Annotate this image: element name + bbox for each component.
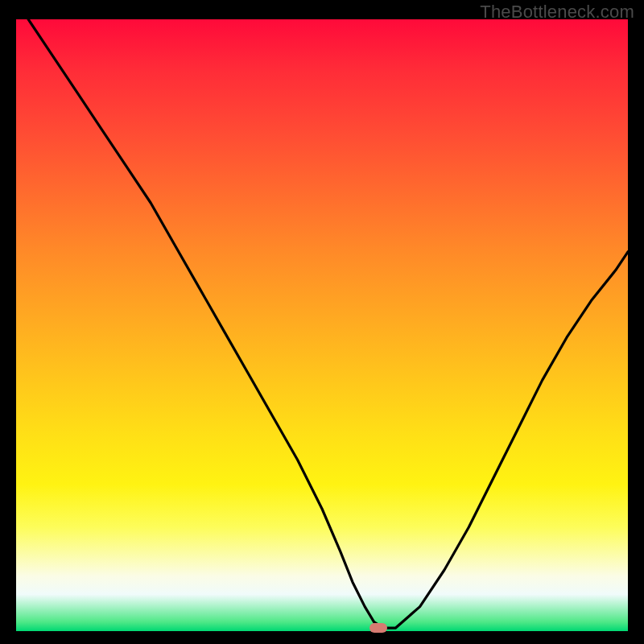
plot-area bbox=[16, 19, 628, 631]
curve-path bbox=[28, 19, 628, 628]
watermark-label: TheBottleneck.com bbox=[480, 2, 634, 23]
curve-svg bbox=[16, 19, 628, 631]
min-marker bbox=[369, 623, 387, 633]
chart-frame: TheBottleneck.com bbox=[0, 0, 644, 644]
